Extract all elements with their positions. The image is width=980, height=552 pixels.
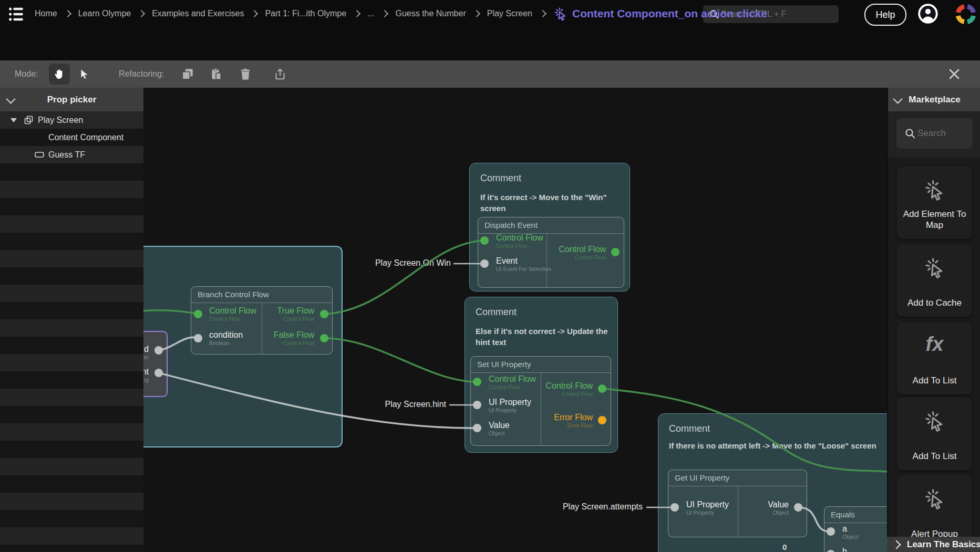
export-icon xyxy=(273,67,287,81)
chevron-right-icon xyxy=(353,10,360,17)
cursor-click-icon xyxy=(923,409,946,432)
pan-mode-button[interactable] xyxy=(49,64,70,85)
breadcrumb-item-ellipsis[interactable]: ... xyxy=(367,9,374,18)
mode-label: Mode: xyxy=(15,60,38,88)
marketplace-card-add-to-cache[interactable]: Add to Cache xyxy=(897,244,972,317)
breadcrumb-current-label: Content Component_on action clicke xyxy=(572,7,767,20)
breadcrumb-item-home[interactable]: Home xyxy=(35,9,57,18)
select-mode-button[interactable] xyxy=(74,64,95,85)
comment-win[interactable]: Comment If it's correct -> Move to the "… xyxy=(469,163,630,291)
user-avatar[interactable] xyxy=(918,4,938,24)
node-divider xyxy=(541,372,541,445)
node-divider xyxy=(262,303,262,354)
comment-title: Comment xyxy=(476,307,517,318)
branch-control-flow-node[interactable]: Branch Control Flow Control Flow Control… xyxy=(191,286,333,355)
cursor-click-icon xyxy=(553,6,568,21)
node-title: Branch Control Flow xyxy=(191,287,332,303)
breadcrumb-current-item[interactable]: Content Component_on action clicke xyxy=(553,6,767,21)
expand-triangle-icon[interactable] xyxy=(11,118,17,122)
node-editor-canvas[interactable]: d an nt ng Branch Control Flow Control F… xyxy=(143,88,887,552)
node-output-port: d an xyxy=(143,345,149,362)
refactoring-label: Refactoring: xyxy=(119,60,164,88)
prop-picker-header[interactable]: Prop picker xyxy=(0,88,143,111)
breadcrumb-item-learn-olympe[interactable]: Learn Olympe xyxy=(78,9,131,18)
paste-icon xyxy=(209,67,223,81)
tree-skeleton-rows xyxy=(0,163,143,552)
help-button[interactable]: Help xyxy=(864,4,906,26)
search-icon xyxy=(904,127,916,140)
export-button[interactable] xyxy=(272,66,288,82)
comment-loose[interactable]: Comment If there is no attempt left -> M… xyxy=(658,413,887,552)
partially-hidden-node[interactable]: d an nt ng xyxy=(143,331,168,397)
marketplace-card-add-to-list[interactable]: Add To List xyxy=(897,398,972,470)
node-output-port: nt ng xyxy=(143,367,149,385)
port-b-in: b Object xyxy=(842,547,858,552)
wire-true-flow-to-dispatch xyxy=(324,241,484,314)
port-event-in: Event UI Event For Selection xyxy=(496,256,551,274)
comment-text: If there is no attempt left -> Move to t… xyxy=(669,440,887,451)
breadcrumb-item-play-screen[interactable]: Play Screen xyxy=(487,9,532,18)
close-button[interactable] xyxy=(946,66,963,82)
port-control-flow-in: Control Flow Control Flow xyxy=(209,306,256,324)
comment-title: Comment xyxy=(669,423,710,434)
chevron-right-icon xyxy=(251,10,258,17)
card-label: Add To List xyxy=(900,451,969,462)
comment-text: If it's correct -> Move to the "Win" scr… xyxy=(480,192,620,214)
tree-item-content-component[interactable]: Content Component xyxy=(0,129,143,146)
marketplace-card-add-to-list-fx[interactable]: fx Add To List xyxy=(897,322,972,394)
paste-button[interactable] xyxy=(208,66,224,82)
card-label: Add To List xyxy=(900,375,969,386)
chevron-right-icon xyxy=(138,10,145,17)
node-title: Equals xyxy=(824,507,887,523)
chevron-right-icon xyxy=(381,10,388,17)
breadcrumb-item-part1[interactable]: Part 1: Fi...ith Olympe xyxy=(265,9,346,18)
marketplace-search-input[interactable] xyxy=(916,128,960,139)
node-title: Dispatch Event xyxy=(478,217,624,234)
marketplace-panel: Marketplace Add Element To Map xyxy=(887,88,980,552)
tree-item-label: Play Screen xyxy=(38,111,83,129)
port-a-in: a Object xyxy=(842,524,858,542)
port-condition-in: condition Boolean xyxy=(209,330,243,348)
node-title: Set UI Property xyxy=(471,357,611,373)
breadcrumb: Home Learn Olympe Examples and Exercises… xyxy=(35,0,767,27)
marketplace-header[interactable]: Marketplace xyxy=(888,88,980,111)
equals-node[interactable]: Equals a Object b Object xyxy=(824,506,887,552)
delete-button[interactable] xyxy=(238,66,253,82)
port-control-flow-in: Control Flow Control Flow xyxy=(496,233,543,251)
set-ui-property-node[interactable]: Set UI Property Control Flow Control Flo… xyxy=(470,356,611,446)
port-error-flow-out: Error Flow Error Flow xyxy=(554,413,593,431)
node-divider xyxy=(738,486,738,537)
comment-title: Comment xyxy=(480,173,521,184)
learn-the-basics-bar[interactable]: Learn The Basics xyxy=(887,537,980,552)
app-window: Home Learn Olympe Examples and Exercises… xyxy=(0,0,980,552)
dispatch-event-node[interactable]: Dispatch Event Control Flow Control Flow… xyxy=(478,217,624,288)
port-control-flow-out: Control Flow Control Flow xyxy=(559,245,606,263)
link-label-on-win: Play Screen.On Win xyxy=(351,258,451,268)
card-label: Add to Cache xyxy=(900,297,969,308)
cursor-click-icon xyxy=(923,178,946,201)
copy-button[interactable] xyxy=(180,66,195,82)
port-ui-property-in: UI Property UI Property xyxy=(489,398,531,415)
chevron-right-icon xyxy=(473,10,480,17)
trash-icon xyxy=(239,67,252,81)
prop-picker-title: Prop picker xyxy=(0,88,143,111)
card-label: Add Element To Map xyxy=(900,209,969,231)
tree-item-play-screen[interactable]: Play Screen xyxy=(0,111,143,129)
marketplace-search[interactable] xyxy=(896,118,973,149)
node-title: Get UI Property xyxy=(668,470,807,486)
menu-icon[interactable] xyxy=(7,5,25,23)
tree-item-guess-tf[interactable]: Guess TF xyxy=(0,146,143,163)
port-value-out: Value Object xyxy=(768,500,789,518)
breadcrumb-item-guess-the-number[interactable]: Guess the Number xyxy=(395,9,466,18)
wire-false-flow-to-setui xyxy=(324,338,477,382)
marketplace-card-add-element-to-map[interactable]: Add Element To Map xyxy=(897,166,972,239)
get-ui-property-node[interactable]: Get UI Property UI Property UI Property … xyxy=(668,470,807,537)
tree-item-label: Content Component xyxy=(48,129,123,146)
breadcrumb-item-examples[interactable]: Examples and Exercises xyxy=(152,9,244,18)
link-label-hint: Play Screen.hint xyxy=(352,400,446,409)
port-control-flow-in: Control Flow Control Flow xyxy=(489,374,536,392)
component-icon xyxy=(24,116,33,124)
copy-icon xyxy=(181,67,194,81)
port-control-flow-out: Control Flow Control Flow xyxy=(545,381,593,399)
comment-hint[interactable]: Comment Else if it's not correct -> Upda… xyxy=(465,297,618,453)
